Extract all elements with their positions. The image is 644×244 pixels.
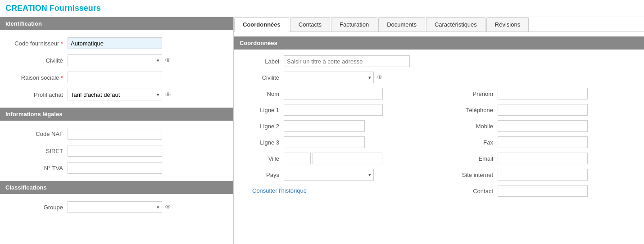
- tab-revisions[interactable]: Révisions: [486, 17, 529, 32]
- coord-email-row: Email: [439, 150, 644, 167]
- code-naf-label: Code NAF: [9, 131, 63, 137]
- coord-ligne2-label: Ligne 2: [243, 123, 279, 130]
- coord-ligne1-label: Ligne 1: [243, 107, 279, 113]
- coord-email-input[interactable]: [498, 153, 588, 164]
- section-identification: Identification: [0, 17, 233, 30]
- profil-achat-row: Profil achat Tarif d'achat défaut 👁: [0, 86, 233, 103]
- coord-cp-input[interactable]: [284, 153, 311, 164]
- tabs-bar: Coordonnées Contacts Facturation Documen…: [234, 17, 644, 32]
- right-panel: Coordonnées Contacts Facturation Documen…: [234, 17, 644, 244]
- n-tva-row: N° TVA: [0, 159, 233, 176]
- raison-sociale-input[interactable]: [68, 72, 162, 83]
- raison-sociale-row: Raison sociale: [0, 69, 233, 86]
- coord-label-row: Label: [234, 53, 439, 69]
- coord-civilite-row: Civilité 👁: [234, 69, 439, 86]
- coord-left-col: Label Civilité 👁: [234, 53, 439, 199]
- coord-ligne1-row: Ligne 1: [234, 102, 439, 118]
- classifications-form: Groupe 👁: [0, 194, 233, 220]
- coord-civilite-select[interactable]: [284, 72, 374, 83]
- groupe-select[interactable]: [68, 201, 162, 213]
- coord-nom-input[interactable]: [284, 88, 383, 99]
- coord-pays-row: Pays: [234, 167, 439, 183]
- page-title: CREATION Fournisseurs: [5, 4, 101, 13]
- coord-ligne3-row: Ligne 3: [234, 134, 439, 150]
- coord-civilite-select-wrapper: [284, 72, 374, 83]
- profil-achat-select-wrapper: Tarif d'achat défaut: [68, 89, 162, 100]
- groupe-label: Groupe: [9, 204, 63, 211]
- coord-mobile-input[interactable]: [498, 120, 588, 132]
- coord-fax-label: Fax: [448, 139, 493, 146]
- coord-civilite-label: Civilité: [243, 74, 279, 81]
- coord-site-internet-row: Site internet: [439, 167, 644, 183]
- profil-achat-select[interactable]: Tarif d'achat défaut: [68, 89, 162, 100]
- spacer-row: [439, 53, 644, 69]
- coord-ligne3-label: Ligne 3: [243, 139, 279, 146]
- coord-site-internet-input[interactable]: [498, 169, 588, 181]
- historique-link[interactable]: Consulter l'historique: [243, 184, 316, 198]
- coord-prenom-input[interactable]: [498, 88, 588, 99]
- coordonnees-section-header: Coordonnées: [234, 36, 644, 50]
- coord-mobile-row: Mobile: [439, 118, 644, 134]
- ville-inputs: [284, 153, 382, 164]
- civilite-eye-icon[interactable]: 👁: [165, 57, 171, 64]
- tab-contacts[interactable]: Contacts: [290, 17, 330, 32]
- coord-telephone-label: Téléphone: [448, 107, 493, 113]
- coord-contact-label: Contact: [448, 188, 493, 194]
- coord-civilite-eye-icon[interactable]: 👁: [376, 74, 383, 81]
- main-layout: Identification Code fournisseur Civilité…: [0, 17, 644, 244]
- coord-nom-row: Nom: [234, 86, 439, 102]
- tab-facturation[interactable]: Facturation: [331, 17, 377, 32]
- coord-label-input[interactable]: [284, 55, 410, 67]
- coord-telephone-row: Téléphone: [439, 102, 644, 118]
- coord-ville-row: Ville: [234, 150, 439, 167]
- tab-coordonnees[interactable]: Coordonnées: [234, 17, 289, 32]
- tab-documents[interactable]: Documents: [378, 17, 425, 32]
- informations-legales-form: Code NAF SIRET N° TVA: [0, 121, 233, 181]
- groupe-row: Groupe 👁: [0, 199, 233, 216]
- n-tva-label: N° TVA: [9, 165, 63, 172]
- identification-form: Code fournisseur Civilité 👁 Raison socia…: [0, 30, 233, 108]
- civilite-label: Civilité: [9, 57, 63, 64]
- raison-sociale-label: Raison sociale: [9, 74, 63, 81]
- n-tva-input[interactable]: [68, 162, 162, 174]
- coord-prenom-label: Prénom: [448, 90, 493, 97]
- groupe-select-wrapper: [68, 201, 162, 213]
- left-panel: Identification Code fournisseur Civilité…: [0, 17, 234, 244]
- coord-nom-label: Nom: [243, 90, 279, 97]
- coord-ligne2-input[interactable]: [284, 120, 365, 132]
- coord-prenom-row: Prénom: [439, 86, 644, 102]
- section-informations-legales: Informations légales: [0, 108, 233, 121]
- historique-container: Consulter l'historique: [234, 183, 439, 199]
- code-fournisseur-input[interactable]: [68, 37, 162, 49]
- siret-input[interactable]: [68, 145, 162, 157]
- coord-fax-input[interactable]: [498, 136, 588, 148]
- code-fournisseur-label: Code fournisseur: [9, 40, 63, 47]
- coord-right-col: Prénom Téléphone Mobile: [439, 53, 644, 199]
- app-container: CREATION Fournisseurs Identification Cod…: [0, 0, 644, 244]
- coordonnees-two-col: Label Civilité 👁: [234, 50, 644, 199]
- coord-contact-input[interactable]: [498, 185, 588, 197]
- code-naf-input[interactable]: [68, 128, 162, 140]
- coordonnees-body: Coordonnées Label Civilité: [234, 32, 644, 244]
- coord-pays-select[interactable]: [284, 169, 374, 181]
- profil-achat-eye-icon[interactable]: 👁: [165, 91, 171, 98]
- tab-caracteristiques[interactable]: Caractéristiques: [426, 17, 485, 32]
- coord-telephone-input[interactable]: [498, 104, 588, 116]
- civilite-row: Civilité 👁: [0, 52, 233, 69]
- header: CREATION Fournisseurs: [0, 0, 644, 17]
- coord-ligne3-input[interactable]: [284, 136, 365, 148]
- groupe-eye-icon[interactable]: 👁: [165, 203, 171, 211]
- coord-mobile-label: Mobile: [448, 123, 493, 130]
- civilite-select[interactable]: [68, 54, 162, 66]
- coord-ligne2-row: Ligne 2: [234, 118, 439, 134]
- coord-fax-row: Fax: [439, 134, 644, 150]
- coord-pays-label: Pays: [243, 172, 279, 178]
- profil-achat-label: Profil achat: [9, 91, 63, 98]
- coord-ville-input[interactable]: [313, 153, 382, 164]
- code-naf-row: Code NAF: [0, 125, 233, 142]
- siret-label: SIRET: [9, 148, 63, 154]
- coord-contact-row: Contact: [439, 183, 644, 199]
- coord-site-internet-label: Site internet: [448, 172, 493, 178]
- coord-ligne1-input[interactable]: [284, 104, 383, 116]
- civilite-select-wrapper: [68, 54, 162, 66]
